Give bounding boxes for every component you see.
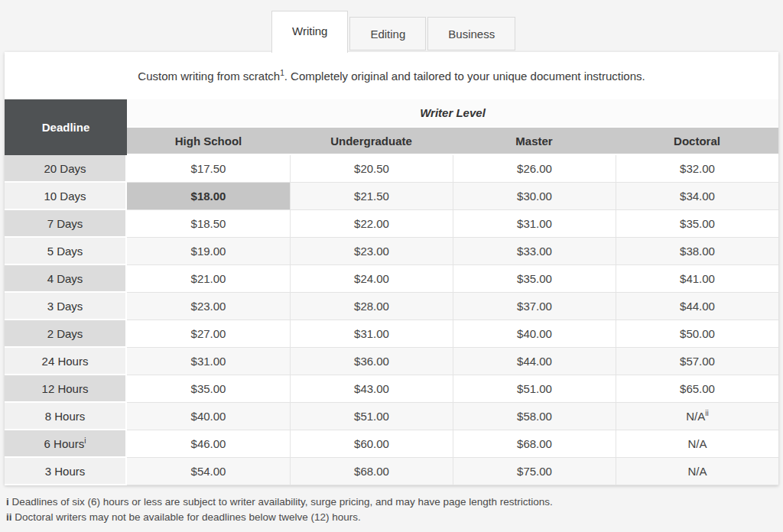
price-cell[interactable]: $38.00 xyxy=(616,238,778,265)
table-row: 20 Days$17.50$20.50$26.00$32.00 xyxy=(5,155,778,183)
price-cell[interactable]: $41.00 xyxy=(616,265,778,293)
price-cell[interactable]: $68.00 xyxy=(290,458,453,485)
column-header-master: Master xyxy=(453,128,616,155)
price-cell[interactable]: $50.00 xyxy=(616,320,778,348)
deadline-cell: 8 Hours xyxy=(5,403,127,430)
description-text: Custom writing from scratch xyxy=(138,70,280,83)
price-cell[interactable]: $54.00 xyxy=(127,458,290,485)
price-cell[interactable]: $28.00 xyxy=(290,293,453,320)
price-cell[interactable]: $40.00 xyxy=(453,320,616,348)
price-cell[interactable]: $19.00 xyxy=(127,238,290,265)
price-cell[interactable]: $18.00 xyxy=(127,183,290,210)
tab-bar: Writing Editing Business xyxy=(0,0,783,52)
table-row: 12 Hours$35.00$43.00$51.00$65.00 xyxy=(5,375,778,403)
price-cell[interactable]: $35.00 xyxy=(127,375,290,403)
table-row: 8 Hours$40.00$51.00$58.00N/Aii xyxy=(5,403,778,430)
table-row: 7 Days$18.50$22.00$31.00$35.00 xyxy=(5,210,778,238)
pricing-card: Custom writing from scratch1. Completely… xyxy=(5,52,778,485)
price-cell[interactable]: $27.00 xyxy=(127,320,290,348)
footnote-ii: ii Doctoral writers may not be available… xyxy=(6,510,777,525)
writer-level-header: Writer Level xyxy=(127,99,778,128)
deadline-cell: 12 Hours xyxy=(5,375,127,403)
deadline-cell: 2 Days xyxy=(5,320,127,348)
column-header-high-school: High School xyxy=(127,128,290,155)
column-header-doctoral: Doctoral xyxy=(616,128,778,155)
deadline-cell: 5 Days xyxy=(5,238,127,265)
footnotes: i Deadlines of six (6) hours or less are… xyxy=(0,485,783,525)
price-cell[interactable]: $26.00 xyxy=(453,155,616,183)
table-row: 2 Days$27.00$31.00$40.00$50.00 xyxy=(5,320,778,348)
price-cell[interactable]: $44.00 xyxy=(453,348,616,375)
price-cell[interactable]: $65.00 xyxy=(616,375,778,403)
price-cell[interactable]: $35.00 xyxy=(616,210,778,238)
price-cell[interactable]: $30.00 xyxy=(453,183,616,210)
price-cell[interactable]: $43.00 xyxy=(290,375,453,403)
price-cell[interactable]: $35.00 xyxy=(453,265,616,293)
deadline-cell: 10 Days xyxy=(5,183,127,210)
pricing-table: Deadline Writer Level High School Underg… xyxy=(5,99,778,485)
price-cell[interactable]: $34.00 xyxy=(616,183,778,210)
price-cell[interactable]: $24.00 xyxy=(290,265,453,293)
deadline-cell: 3 Days xyxy=(5,293,127,320)
table-row: 5 Days$19.00$23.00$33.00$38.00 xyxy=(5,238,778,265)
price-cell[interactable]: $22.00 xyxy=(290,210,453,238)
deadline-cell: 24 Hours xyxy=(5,348,127,375)
footnote-ii-text: Doctoral writers may not be available fo… xyxy=(15,511,360,523)
price-cell[interactable]: N/A xyxy=(616,458,778,485)
footnote-i: i Deadlines of six (6) hours or less are… xyxy=(6,495,777,510)
deadline-cell: 6 Hoursi xyxy=(5,430,127,458)
table-row: 3 Hours$54.00$68.00$75.00N/A xyxy=(5,458,778,485)
tab-writing[interactable]: Writing xyxy=(271,11,348,53)
price-cell[interactable]: $31.00 xyxy=(453,210,616,238)
deadline-header: Deadline xyxy=(5,99,127,155)
footnote-ii-marker: ii xyxy=(6,511,12,523)
deadline-cell: 4 Days xyxy=(5,265,127,293)
column-header-undergraduate: Undergraduate xyxy=(290,128,453,155)
price-cell[interactable]: $33.00 xyxy=(453,238,616,265)
service-description: Custom writing from scratch1. Completely… xyxy=(5,52,778,99)
price-cell[interactable]: $20.50 xyxy=(290,155,453,183)
price-cell[interactable]: $23.00 xyxy=(290,238,453,265)
price-cell[interactable]: $58.00 xyxy=(453,403,616,430)
footnote-i-text: Deadlines of six (6) hours or less are s… xyxy=(12,496,553,508)
price-cell[interactable]: $31.00 xyxy=(127,348,290,375)
price-cell[interactable]: $37.00 xyxy=(453,293,616,320)
price-cell[interactable]: $57.00 xyxy=(616,348,778,375)
price-cell[interactable]: $60.00 xyxy=(290,430,453,458)
price-cell[interactable]: $32.00 xyxy=(616,155,778,183)
price-cell[interactable]: $44.00 xyxy=(616,293,778,320)
price-cell[interactable]: $21.00 xyxy=(127,265,290,293)
price-cell[interactable]: $68.00 xyxy=(453,430,616,458)
tab-editing[interactable]: Editing xyxy=(349,17,426,50)
deadline-cell: 3 Hours xyxy=(5,458,127,485)
price-cell[interactable]: N/A xyxy=(616,430,778,458)
table-row: 4 Days$21.00$24.00$35.00$41.00 xyxy=(5,265,778,293)
price-cell[interactable]: $36.00 xyxy=(290,348,453,375)
price-cell[interactable]: $40.00 xyxy=(127,403,290,430)
price-cell[interactable]: $46.00 xyxy=(127,430,290,458)
price-cell[interactable]: N/Aii xyxy=(616,403,778,430)
price-cell[interactable]: $51.00 xyxy=(290,403,453,430)
footnote-marker: ii xyxy=(705,409,708,417)
price-cell[interactable]: $31.00 xyxy=(290,320,453,348)
price-cell[interactable]: $17.50 xyxy=(127,155,290,183)
footnote-marker: i xyxy=(84,436,86,445)
price-cell[interactable]: $21.50 xyxy=(290,183,453,210)
table-row: 3 Days$23.00$28.00$37.00$44.00 xyxy=(5,293,778,320)
price-cell[interactable]: $75.00 xyxy=(453,458,616,485)
footnote-i-marker: i xyxy=(6,496,9,508)
tab-business[interactable]: Business xyxy=(427,17,515,50)
description-text-continued: . Completely original and tailored to yo… xyxy=(284,70,645,83)
table-row: 10 Days$18.00$21.50$30.00$34.00 xyxy=(5,183,778,210)
price-cell[interactable]: $18.50 xyxy=(127,210,290,238)
table-body: 20 Days$17.50$20.50$26.00$32.0010 Days$1… xyxy=(5,155,778,485)
deadline-cell: 20 Days xyxy=(5,155,127,183)
table-row: 6 Hoursi$46.00$60.00$68.00N/A xyxy=(5,430,778,458)
price-cell[interactable]: $51.00 xyxy=(453,375,616,403)
table-row: 24 Hours$31.00$36.00$44.00$57.00 xyxy=(5,348,778,375)
deadline-cell: 7 Days xyxy=(5,210,127,238)
price-cell[interactable]: $23.00 xyxy=(127,293,290,320)
